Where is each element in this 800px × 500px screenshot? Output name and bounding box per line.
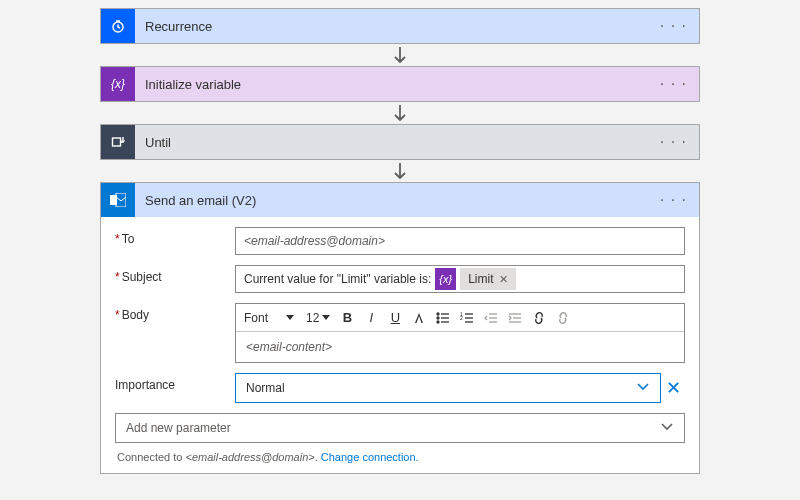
to-label: To bbox=[115, 227, 235, 246]
importance-dropdown[interactable]: Normal bbox=[235, 373, 661, 403]
variable-token-icon: {x} bbox=[435, 268, 456, 290]
number-list-button[interactable]: 12 bbox=[456, 307, 478, 329]
email-header[interactable]: Send an email (V2) · · · bbox=[101, 183, 699, 217]
init-variable-card[interactable]: {x} Initialize variable · · · bbox=[100, 66, 700, 102]
change-connection-link[interactable]: Change connection. bbox=[321, 451, 419, 463]
subject-text: Current value for "Limit" variable is: bbox=[244, 272, 431, 286]
flow-arrow bbox=[391, 46, 409, 64]
body-label: Body bbox=[115, 303, 235, 322]
recurrence-menu-button[interactable]: · · · bbox=[656, 17, 691, 35]
until-card[interactable]: Until · · · bbox=[100, 124, 700, 160]
subject-label: Subject bbox=[115, 265, 235, 284]
add-parameter-dropdown[interactable]: Add new parameter bbox=[115, 413, 685, 443]
rich-text-toolbar: Font 12 B I U bbox=[236, 304, 684, 332]
link-button[interactable] bbox=[528, 307, 550, 329]
loop-icon bbox=[101, 125, 135, 159]
font-size-dropdown[interactable]: 12 bbox=[302, 311, 334, 325]
email-title: Send an email (V2) bbox=[135, 193, 656, 208]
init-variable-menu-button[interactable]: · · · bbox=[656, 75, 691, 93]
init-variable-title: Initialize variable bbox=[135, 77, 656, 92]
font-color-button[interactable] bbox=[408, 307, 430, 329]
recurrence-header[interactable]: Recurrence · · · bbox=[101, 9, 699, 43]
to-row: To <email-address@domain> bbox=[115, 227, 685, 255]
until-title: Until bbox=[135, 135, 656, 150]
remove-token-icon[interactable]: ✕ bbox=[499, 273, 508, 286]
init-variable-header[interactable]: {x} Initialize variable · · · bbox=[101, 67, 699, 101]
connection-footer: Connected to <email-address@domain>. Cha… bbox=[115, 443, 685, 465]
svg-point-4 bbox=[437, 313, 439, 315]
svg-rect-1 bbox=[113, 138, 121, 146]
svg-point-6 bbox=[437, 321, 439, 323]
caret-down-icon bbox=[322, 315, 330, 320]
body-input[interactable]: <email-content> bbox=[236, 332, 684, 362]
font-dropdown[interactable]: Font bbox=[242, 308, 300, 328]
svg-point-5 bbox=[437, 317, 439, 319]
recurrence-title: Recurrence bbox=[135, 19, 656, 34]
until-menu-button[interactable]: · · · bbox=[656, 133, 691, 151]
remove-importance-button[interactable]: ✕ bbox=[661, 373, 685, 399]
body-editor: Font 12 B I U bbox=[235, 303, 685, 363]
until-header[interactable]: Until · · · bbox=[101, 125, 699, 159]
importance-row: Importance Normal ✕ bbox=[115, 373, 685, 403]
svg-rect-3 bbox=[116, 193, 126, 207]
chevron-down-icon bbox=[660, 421, 674, 435]
bullet-list-button[interactable] bbox=[432, 307, 454, 329]
subject-input[interactable]: Current value for "Limit" variable is: {… bbox=[235, 265, 685, 293]
underline-button[interactable]: U bbox=[384, 307, 406, 329]
bold-button[interactable]: B bbox=[336, 307, 358, 329]
importance-label: Importance bbox=[115, 373, 235, 392]
body-row: Body Font 12 B bbox=[115, 303, 685, 363]
chevron-down-icon bbox=[636, 381, 650, 395]
italic-button[interactable]: I bbox=[360, 307, 382, 329]
connection-account: <email-address@domain> bbox=[186, 451, 315, 463]
recurrence-card[interactable]: Recurrence · · · bbox=[100, 8, 700, 44]
variable-token[interactable]: Limit ✕ bbox=[460, 268, 516, 290]
email-card: Send an email (V2) · · · To <email-addre… bbox=[100, 182, 700, 474]
importance-value: Normal bbox=[246, 381, 285, 395]
variable-icon: {x} bbox=[101, 67, 135, 101]
to-input[interactable]: <email-address@domain> bbox=[235, 227, 685, 255]
svg-text:2: 2 bbox=[460, 315, 463, 321]
email-menu-button[interactable]: · · · bbox=[656, 191, 691, 209]
subject-row: Subject Current value for "Limit" variab… bbox=[115, 265, 685, 293]
outlook-icon bbox=[101, 183, 135, 217]
outdent-button[interactable] bbox=[480, 307, 502, 329]
flow-arrow bbox=[391, 104, 409, 122]
clock-icon bbox=[101, 9, 135, 43]
indent-button[interactable] bbox=[504, 307, 526, 329]
caret-down-icon bbox=[286, 315, 294, 320]
unlink-button[interactable] bbox=[552, 307, 574, 329]
variable-token-name: Limit bbox=[468, 272, 493, 286]
flow-arrow bbox=[391, 162, 409, 180]
add-parameter-label: Add new parameter bbox=[126, 421, 231, 435]
